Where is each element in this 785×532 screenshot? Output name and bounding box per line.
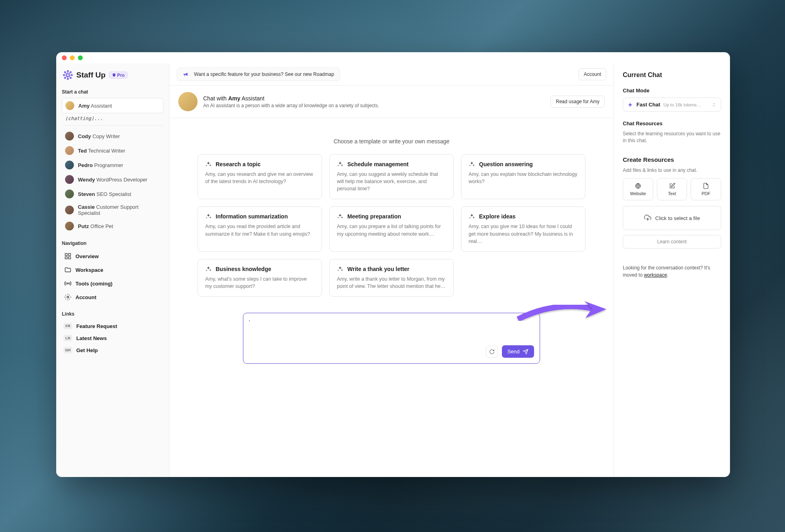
template-body: Amy, can you suggest a weekly schedule t… [337,171,446,192]
staff-name: Ted [78,148,87,154]
rightbar: Current Chat Chat Mode Fast Chat Up to 1… [614,63,730,477]
resource-text-button[interactable]: Text [657,178,687,200]
chat-resources-label: Chat Resources [623,120,721,126]
edit-icon [669,183,675,189]
create-resources-label: Create Resources [623,156,721,163]
staff-role: WordPress Developer [96,177,147,183]
create-resources-desc: Add files & links to use in any chat. [623,167,721,174]
brand: Staff Up Pro [62,68,163,82]
window-close-button[interactable] [62,55,67,60]
sidebar-staff-wendy[interactable]: Wendy WordPress Developer [62,172,163,187]
resource-pdf-button[interactable]: PDF [691,178,721,200]
start-chat-label: Start a chat [62,89,163,95]
nav-workspace[interactable]: Workspace [62,263,163,277]
send-icon [523,349,528,355]
window-maximize-button[interactable] [78,55,83,60]
template-body: Amy, can you give me 10 ideas for how I … [469,223,578,245]
link-feature-request[interactable]: FRFeature Request [62,320,163,332]
banner-row: Want a specific feature for your busines… [169,63,614,86]
shield-check-icon [112,73,116,77]
avatar-icon [65,161,74,169]
learn-content-button[interactable]: Learn content [623,235,721,249]
prompt-hint: Choose a template or write your own mess… [334,138,450,145]
sidebar-staff-cassie[interactable]: Cassie Customer Support Specialist [62,201,163,219]
template-business[interactable]: Business knowledgeAmy, what's some steps… [198,259,322,297]
link-label: Feature Request [76,323,117,329]
pro-badge: Pro [109,71,128,79]
svg-point-1 [67,71,68,72]
avatar-icon [65,175,74,184]
link-get-help[interactable]: GHGet Help [62,344,163,356]
svg-point-0 [67,74,69,77]
chat-title: Chat with Amy Assistant [203,95,379,102]
broadcast-icon [64,280,71,287]
mode-name: Fast Chat [636,102,660,108]
refresh-icon [489,349,495,355]
avatar-icon [65,132,74,141]
template-title: Question answering [479,161,533,167]
avatar-icon [65,222,74,230]
template-thankyou[interactable]: Write a thank you letterAmy, write a tha… [329,259,454,297]
sidebar-staff-putz[interactable]: Putz Office Pet [62,219,163,233]
link-badge: FR [63,323,72,329]
file-dropzone[interactable]: Click to select a file [623,206,721,230]
avatar-icon [65,101,74,110]
template-question[interactable]: Question answeringAmy, can you explain h… [461,154,585,199]
template-summarize[interactable]: Information summarizationAmy, can you re… [198,206,322,251]
staff-name: Cassie [78,204,95,210]
sidebar-staff-steven[interactable]: Steven SEO Specialist [62,187,163,201]
chat-mode-select[interactable]: Fast Chat Up to 16k tokens… [623,98,721,112]
staff-name: Steven [78,191,95,197]
regenerate-button[interactable] [486,346,498,358]
gear-icon [64,294,71,301]
res-label: Website [630,191,646,196]
template-title: Business knowledge [216,266,271,272]
template-title: Explore ideas [479,213,516,220]
svg-rect-10 [69,253,71,255]
template-ideas[interactable]: Explore ideasAmy, can you give me 10 ide… [461,206,585,251]
bolt-icon [628,102,633,108]
template-meeting[interactable]: Meeting preparationAmy, can you prepare … [329,206,454,251]
roadmap-banner[interactable]: Want a specific feature for your busines… [177,67,340,81]
template-title: Schedule management [347,161,409,167]
nav-label: Account [75,294,96,300]
staff-name: Putz [78,223,89,229]
window-minimize-button[interactable] [70,55,75,60]
nav-tools[interactable]: Tools (coming) [62,277,163,290]
nav-label: Tools (coming) [75,281,112,287]
svg-rect-11 [65,257,67,259]
grid-icon [64,253,71,260]
chatting-status: (chatting)... [62,113,163,126]
template-title: Meeting preparation [347,213,401,220]
template-body: Amy, can you explain how blockchain tech… [469,171,578,185]
template-schedule[interactable]: Schedule managementAmy, can you suggest … [329,154,454,199]
sidebar-staff-amy[interactable]: Amy Assistant [62,98,163,113]
svg-rect-9 [65,253,67,255]
chat-mode-label: Chat Mode [623,88,721,94]
read-usage-button[interactable]: Read usage for Amy [551,96,605,108]
nav-label: Workspace [75,267,103,273]
navigation-label: Navigation [62,241,163,246]
template-research[interactable]: Research a topicAmy, can you research an… [198,154,322,199]
template-body: Amy, can you read the provided article a… [205,223,314,237]
message-input[interactable] [249,319,534,325]
dropzone-label: Click to select a file [655,215,700,221]
staff-role: Programmer [94,162,123,168]
account-button[interactable]: Account [579,68,606,80]
sidebar: Staff Up Pro Start a chat Amy Assistant … [56,63,169,477]
nav-overview[interactable]: Overview [62,249,163,263]
folder-icon [64,266,71,273]
sidebar-staff-cody[interactable]: Cody Copy Writer [62,129,163,143]
nav-account[interactable]: Account [62,290,163,304]
link-latest-news[interactable]: LNLatest News [62,332,163,344]
sidebar-staff-ted[interactable]: Ted Technical Writer [62,143,163,158]
brand-logo-icon [63,70,73,80]
sparkles-icon [205,161,212,167]
send-button[interactable]: Send [502,345,534,358]
template-title: Write a thank you letter [347,266,410,272]
staff-role: SEO Specialist [96,191,131,197]
sidebar-staff-pedro[interactable]: Pedro Programmer [62,158,163,172]
message-composer: Send [243,313,540,364]
workspace-link[interactable]: workspace [644,272,667,278]
resource-website-button[interactable]: Website [623,178,653,200]
